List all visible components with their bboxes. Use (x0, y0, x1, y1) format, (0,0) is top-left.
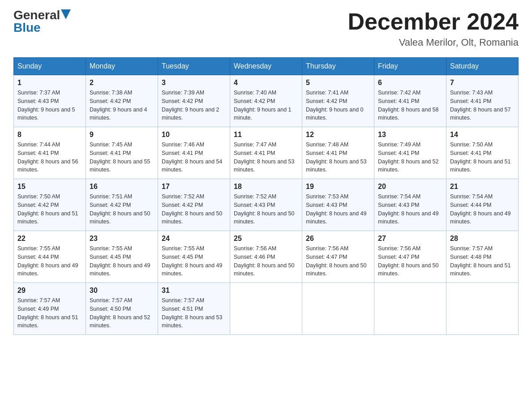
calendar-week-2: 8 Sunrise: 7:44 AM Sunset: 4:41 PM Dayli… (14, 127, 519, 179)
table-row: 19 Sunrise: 7:53 AM Sunset: 4:43 PM Dayl… (302, 179, 374, 231)
day-info: Sunrise: 7:49 AM Sunset: 4:41 PM Dayligh… (378, 141, 442, 174)
day-number: 6 (378, 79, 442, 87)
header-wednesday: Wednesday (230, 58, 302, 75)
table-row: 14 Sunrise: 7:50 AM Sunset: 4:41 PM Dayl… (446, 127, 519, 179)
day-number: 2 (90, 79, 154, 87)
logo-triangle-icon (61, 9, 71, 19)
table-row: 30 Sunrise: 7:57 AM Sunset: 4:50 PM Dayl… (86, 283, 158, 335)
table-row: 18 Sunrise: 7:52 AM Sunset: 4:43 PM Dayl… (230, 179, 302, 231)
day-info: Sunrise: 7:52 AM Sunset: 4:42 PM Dayligh… (162, 193, 226, 226)
table-row: 12 Sunrise: 7:48 AM Sunset: 4:41 PM Dayl… (302, 127, 374, 179)
day-info: Sunrise: 7:57 AM Sunset: 4:51 PM Dayligh… (162, 296, 226, 330)
table-row: 22 Sunrise: 7:55 AM Sunset: 4:44 PM Dayl… (14, 231, 86, 283)
day-number: 19 (306, 183, 370, 191)
table-row (230, 283, 302, 335)
header-monday: Monday (86, 58, 158, 75)
day-info: Sunrise: 7:41 AM Sunset: 4:42 PM Dayligh… (306, 89, 370, 122)
day-info: Sunrise: 7:39 AM Sunset: 4:42 PM Dayligh… (162, 89, 226, 122)
day-info: Sunrise: 7:55 AM Sunset: 4:45 PM Dayligh… (90, 244, 154, 278)
page-header: General Blue December 2024 Valea Merilor… (13, 9, 519, 48)
table-row (374, 283, 446, 335)
day-info: Sunrise: 7:46 AM Sunset: 4:41 PM Dayligh… (162, 141, 226, 174)
day-number: 24 (162, 235, 226, 243)
table-row: 10 Sunrise: 7:46 AM Sunset: 4:41 PM Dayl… (158, 127, 230, 179)
calendar-table: Sunday Monday Tuesday Wednesday Thursday… (13, 57, 519, 335)
day-number: 20 (378, 183, 442, 191)
day-info: Sunrise: 7:40 AM Sunset: 4:42 PM Dayligh… (234, 89, 298, 122)
header-sunday: Sunday (14, 58, 86, 75)
day-info: Sunrise: 7:38 AM Sunset: 4:42 PM Dayligh… (90, 89, 154, 122)
table-row: 17 Sunrise: 7:52 AM Sunset: 4:42 PM Dayl… (158, 179, 230, 231)
day-info: Sunrise: 7:56 AM Sunset: 4:47 PM Dayligh… (378, 244, 442, 278)
table-row: 9 Sunrise: 7:45 AM Sunset: 4:41 PM Dayli… (86, 127, 158, 179)
header-tuesday: Tuesday (158, 58, 230, 75)
day-number: 9 (90, 131, 154, 139)
day-number: 29 (17, 287, 82, 295)
table-row (302, 283, 374, 335)
day-info: Sunrise: 7:51 AM Sunset: 4:42 PM Dayligh… (90, 193, 154, 226)
day-number: 13 (378, 131, 442, 139)
table-row: 31 Sunrise: 7:57 AM Sunset: 4:51 PM Dayl… (158, 283, 230, 335)
day-number: 31 (162, 287, 226, 295)
month-title: December 2024 (348, 9, 519, 34)
table-row: 1 Sunrise: 7:37 AM Sunset: 4:43 PM Dayli… (14, 75, 86, 127)
calendar-week-1: 1 Sunrise: 7:37 AM Sunset: 4:43 PM Dayli… (14, 75, 519, 127)
day-info: Sunrise: 7:48 AM Sunset: 4:41 PM Dayligh… (306, 141, 370, 174)
table-row (446, 283, 519, 335)
table-row: 3 Sunrise: 7:39 AM Sunset: 4:42 PM Dayli… (158, 75, 230, 127)
logo-general-text: General (13, 9, 60, 21)
svg-marker-0 (61, 9, 71, 19)
table-row: 2 Sunrise: 7:38 AM Sunset: 4:42 PM Dayli… (86, 75, 158, 127)
logo: General Blue (13, 9, 71, 34)
day-number: 1 (17, 79, 82, 87)
day-info: Sunrise: 7:56 AM Sunset: 4:46 PM Dayligh… (234, 244, 298, 278)
day-number: 16 (90, 183, 154, 191)
day-number: 18 (234, 183, 298, 191)
day-number: 11 (234, 131, 298, 139)
day-info: Sunrise: 7:57 AM Sunset: 4:48 PM Dayligh… (450, 244, 515, 278)
day-info: Sunrise: 7:55 AM Sunset: 4:45 PM Dayligh… (162, 244, 226, 278)
table-row: 28 Sunrise: 7:57 AM Sunset: 4:48 PM Dayl… (446, 231, 519, 283)
header-friday: Friday (374, 58, 446, 75)
day-number: 10 (162, 131, 226, 139)
table-row: 11 Sunrise: 7:47 AM Sunset: 4:41 PM Dayl… (230, 127, 302, 179)
day-info: Sunrise: 7:50 AM Sunset: 4:42 PM Dayligh… (17, 193, 82, 226)
header-thursday: Thursday (302, 58, 374, 75)
table-row: 26 Sunrise: 7:56 AM Sunset: 4:47 PM Dayl… (302, 231, 374, 283)
logo-blue-text: Blue (13, 21, 41, 34)
day-number: 25 (234, 235, 298, 243)
day-number: 26 (306, 235, 370, 243)
day-info: Sunrise: 7:37 AM Sunset: 4:43 PM Dayligh… (17, 89, 82, 122)
day-info: Sunrise: 7:43 AM Sunset: 4:41 PM Dayligh… (450, 89, 515, 122)
table-row: 6 Sunrise: 7:42 AM Sunset: 4:41 PM Dayli… (374, 75, 446, 127)
table-row: 27 Sunrise: 7:56 AM Sunset: 4:47 PM Dayl… (374, 231, 446, 283)
day-info: Sunrise: 7:50 AM Sunset: 4:41 PM Dayligh… (450, 141, 515, 174)
table-row: 8 Sunrise: 7:44 AM Sunset: 4:41 PM Dayli… (14, 127, 86, 179)
table-row: 15 Sunrise: 7:50 AM Sunset: 4:42 PM Dayl… (14, 179, 86, 231)
calendar-week-3: 15 Sunrise: 7:50 AM Sunset: 4:42 PM Dayl… (14, 179, 519, 231)
day-info: Sunrise: 7:54 AM Sunset: 4:43 PM Dayligh… (378, 193, 442, 226)
day-info: Sunrise: 7:44 AM Sunset: 4:41 PM Dayligh… (17, 141, 82, 174)
day-info: Sunrise: 7:56 AM Sunset: 4:47 PM Dayligh… (306, 244, 370, 278)
table-row: 23 Sunrise: 7:55 AM Sunset: 4:45 PM Dayl… (86, 231, 158, 283)
table-row: 7 Sunrise: 7:43 AM Sunset: 4:41 PM Dayli… (446, 75, 519, 127)
day-number: 30 (90, 287, 154, 295)
day-info: Sunrise: 7:45 AM Sunset: 4:41 PM Dayligh… (90, 141, 154, 174)
day-info: Sunrise: 7:57 AM Sunset: 4:50 PM Dayligh… (90, 296, 154, 330)
day-number: 8 (17, 131, 82, 139)
calendar-week-5: 29 Sunrise: 7:57 AM Sunset: 4:49 PM Dayl… (14, 283, 519, 335)
day-number: 28 (450, 235, 515, 243)
table-row: 4 Sunrise: 7:40 AM Sunset: 4:42 PM Dayli… (230, 75, 302, 127)
day-info: Sunrise: 7:54 AM Sunset: 4:44 PM Dayligh… (450, 193, 515, 226)
table-row: 13 Sunrise: 7:49 AM Sunset: 4:41 PM Dayl… (374, 127, 446, 179)
day-number: 14 (450, 131, 515, 139)
calendar-week-4: 22 Sunrise: 7:55 AM Sunset: 4:44 PM Dayl… (14, 231, 519, 283)
day-number: 15 (17, 183, 82, 191)
day-info: Sunrise: 7:53 AM Sunset: 4:43 PM Dayligh… (306, 193, 370, 226)
table-row: 5 Sunrise: 7:41 AM Sunset: 4:42 PM Dayli… (302, 75, 374, 127)
day-number: 4 (234, 79, 298, 87)
table-row: 25 Sunrise: 7:56 AM Sunset: 4:46 PM Dayl… (230, 231, 302, 283)
table-row: 21 Sunrise: 7:54 AM Sunset: 4:44 PM Dayl… (446, 179, 519, 231)
title-area: December 2024 Valea Merilor, Olt, Romani… (348, 9, 519, 48)
table-row: 24 Sunrise: 7:55 AM Sunset: 4:45 PM Dayl… (158, 231, 230, 283)
